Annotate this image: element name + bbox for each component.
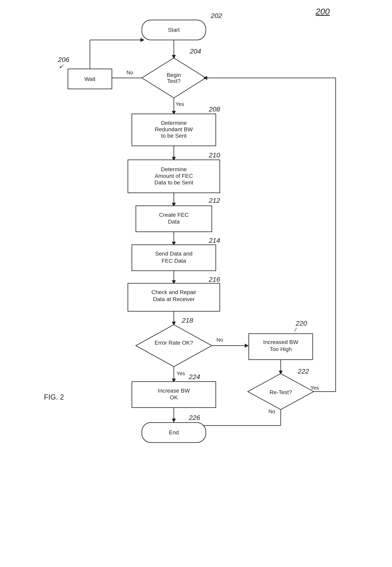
ref-224: 224: [189, 373, 200, 381]
node-increased-bw-l2: Too High: [270, 346, 292, 352]
ref-226: 226: [189, 414, 200, 421]
node-det-redundant-l1: Determine: [161, 120, 187, 126]
node-send-data-l2: FEC Data: [162, 258, 186, 264]
fig-2-label: FIG. 2: [44, 393, 64, 401]
ref-208: 208: [209, 105, 220, 113]
label-no-retest: No: [268, 408, 275, 414]
node-check-repair-l1: Check and Repair: [152, 289, 196, 295]
diagram-container: 200 Start 202 204 Begin Test? No 206 ↙ W…: [0, 0, 392, 567]
node-check-repair-l2: Data at Receiver: [153, 296, 195, 302]
node-wait-label: Wait: [84, 76, 96, 82]
node-det-fec-l3: Data to be Sent: [154, 180, 193, 186]
ref-212: 212: [209, 197, 220, 204]
node-increase-bw-ok-l1: Increase BW: [158, 387, 190, 394]
node-send-data-l1: Send Data and: [155, 250, 193, 257]
ref-214: 214: [209, 236, 220, 244]
ref-220: 220: [295, 319, 307, 327]
ref-204: 204: [190, 47, 201, 55]
node-begintest-label2: Test?: [167, 78, 181, 84]
label-no-2: No: [216, 337, 223, 343]
node-det-fec-l1: Determine: [161, 166, 187, 172]
ref-206: 206: [58, 56, 69, 63]
node-increase-bw-ok-l2: OK: [170, 394, 178, 401]
node-det-redundant-l2: Redundant BW: [155, 126, 193, 132]
arrowhead-increased: [245, 344, 249, 348]
ref-218: 218: [182, 317, 193, 324]
ref-210: 210: [209, 151, 220, 159]
node-det-redundant-l3: to be Sent: [161, 133, 187, 139]
label-yes-2: Yes: [177, 370, 185, 376]
node-det-fec-l2: Amount of FEC: [155, 173, 193, 179]
figure-ref-200: 200: [315, 7, 330, 16]
arrowhead-end-increase: [172, 418, 176, 423]
ref-202: 202: [210, 12, 222, 19]
node-end-label: End: [169, 429, 179, 436]
ref-206-arrow: ↙: [59, 63, 64, 69]
node-error-rate-l1: Error Rate OK?: [155, 340, 193, 346]
node-begintest-label1: Begin: [167, 72, 181, 78]
ref-220-slash: /: [294, 327, 297, 333]
node-start-label: Start: [168, 27, 180, 33]
label-yes-1: Yes: [176, 101, 184, 107]
label-no-1: No: [126, 69, 133, 76]
node-increased-bw-l1: Increased BW: [263, 339, 298, 345]
node-create-fec-l1: Create FEC: [159, 212, 189, 218]
arrowhead-wait-begin: [140, 38, 144, 42]
ref-222: 222: [297, 367, 309, 375]
label-yes-retest: Yes: [310, 385, 319, 391]
ref-216: 216: [209, 276, 220, 283]
node-retest-label: Re-Test?: [269, 389, 292, 395]
node-create-fec-l2: Data: [168, 219, 180, 225]
